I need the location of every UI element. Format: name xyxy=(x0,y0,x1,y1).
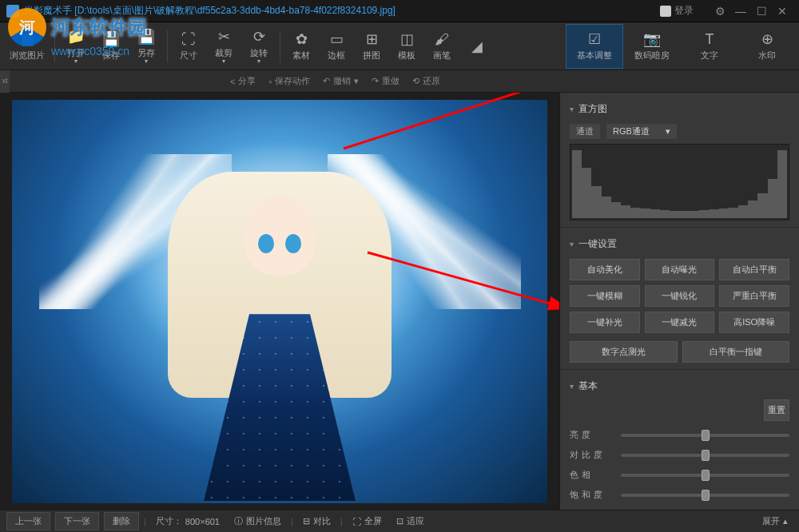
watermark-logo-icon: 河 xyxy=(8,8,46,46)
chevron-down-icon: ▾ xyxy=(570,240,574,248)
chevron-down-icon: ▾ xyxy=(666,126,670,137)
tab-darkroom[interactable]: 📷 数码暗房 xyxy=(623,24,681,69)
fullscreen-icon: ⛶ xyxy=(352,517,361,526)
chevron-down-icon: ▾ xyxy=(222,58,225,65)
close-button[interactable]: ✕ xyxy=(772,3,793,19)
separator xyxy=(280,30,280,62)
tab-basic-adjust[interactable]: ☑ 基本调整 xyxy=(566,24,623,69)
delete-button[interactable]: 删除 xyxy=(104,512,139,530)
slider-thumb[interactable] xyxy=(702,450,710,461)
saturation-slider[interactable]: 饱和度 xyxy=(570,489,789,501)
oneclick-header[interactable]: ▾一键设置 xyxy=(570,234,789,254)
chevron-down-icon: ▾ xyxy=(570,105,574,113)
spot-metering-button[interactable]: 数字点测光 xyxy=(570,341,678,363)
chevron-down-icon: ▾ xyxy=(74,58,78,65)
tool-crop[interactable]: ✂ 裁剪 ▾ xyxy=(206,24,241,69)
user-icon xyxy=(660,6,671,17)
image-canvas[interactable] xyxy=(0,93,559,510)
chevron-down-icon: ▾ xyxy=(570,382,574,391)
severe-whitebalance-button[interactable]: 严重白平衡 xyxy=(719,285,789,307)
tool-rotate[interactable]: ⟳ 旋转 ▾ xyxy=(241,24,276,69)
channel-label: 通道 xyxy=(570,124,600,139)
tool-more[interactable]: ◢ xyxy=(459,24,495,69)
prev-image-button[interactable]: 上一张 xyxy=(6,512,50,530)
undo-button[interactable]: ↶撤销▾ xyxy=(323,75,359,87)
histogram-chart xyxy=(570,144,789,220)
watermark-icon: ⊕ xyxy=(758,30,776,48)
image-dimensions: 尺寸：800×601 xyxy=(151,515,225,527)
fit-button[interactable]: ⊡适应 xyxy=(392,515,429,527)
resize-icon: ⛶ xyxy=(180,30,197,48)
contrast-slider[interactable]: 对比度 xyxy=(570,449,789,461)
slider-thumb[interactable] xyxy=(702,430,710,441)
oneclick-sharpen-button[interactable]: 一键锐化 xyxy=(645,285,715,307)
triangle-icon: ◢ xyxy=(468,38,486,55)
expand-button[interactable]: 展开▴ xyxy=(757,515,793,527)
reduce-light-button[interactable]: 一键减光 xyxy=(645,312,715,333)
tool-collage[interactable]: ⊞ 拼图 xyxy=(354,24,389,69)
chevron-up-icon: ▴ xyxy=(783,516,788,526)
tool-size[interactable]: ⛶ 尺寸 xyxy=(171,24,206,69)
minimize-button[interactable]: — xyxy=(730,3,751,19)
redo-icon: ↷ xyxy=(372,76,379,86)
hue-slider[interactable]: 色相 xyxy=(570,469,789,481)
info-icon: ⓘ xyxy=(234,515,243,527)
whitebalance-onekey-button[interactable]: 白平衡一指键 xyxy=(682,341,790,363)
adjust-icon: ☑ xyxy=(586,30,603,48)
chevron-down-icon: ▾ xyxy=(354,76,359,86)
chevron-down-icon: ▾ xyxy=(145,58,148,65)
fill-light-button[interactable]: 一键补光 xyxy=(570,312,640,333)
brush-icon: 🖌 xyxy=(433,30,451,48)
tool-border[interactable]: ▭ 边框 xyxy=(319,24,354,69)
share-icon: < xyxy=(230,77,235,86)
separator xyxy=(167,30,168,62)
compare-button[interactable]: ⊟对比 xyxy=(298,515,336,527)
tool-material[interactable]: ✿ 素材 xyxy=(284,24,319,69)
settings-button[interactable]: ⚙ xyxy=(710,3,730,19)
tool-brush[interactable]: 🖌 画笔 xyxy=(424,24,459,69)
save-action-button[interactable]: ▫保存动作 xyxy=(268,75,310,87)
tool-template[interactable]: ◫ 模板 xyxy=(389,24,424,69)
rotate-icon: ⟳ xyxy=(250,28,268,46)
site-watermark: 河 河东软件园 www.pc0359.cn xyxy=(8,8,147,46)
high-iso-denoise-button[interactable]: 高ISO降噪 xyxy=(719,312,789,333)
login-button[interactable]: 登录 xyxy=(660,4,694,18)
restore-icon: ⟲ xyxy=(412,76,419,86)
redo-button[interactable]: ↷重做 xyxy=(372,75,400,87)
disk-icon: ▫ xyxy=(268,77,272,86)
side-panel: ▾直方图 通道 RGB通道▾ ▾一键设置 自动美化 自动曝光 自动白平衡 一键模… xyxy=(559,93,799,510)
camera-icon: 📷 xyxy=(643,30,661,48)
chevron-down-icon: ▾ xyxy=(257,58,260,65)
auto-exposure-button[interactable]: 自动曝光 xyxy=(645,259,715,280)
basic-section: ▾基本 重置 亮度 对比度 色相 饱和度 xyxy=(560,370,799,510)
crop-icon: ✂ xyxy=(215,28,233,46)
tab-watermark[interactable]: ⊕ 水印 xyxy=(738,24,796,69)
histogram-section: ▾直方图 通道 RGB通道▾ xyxy=(560,93,799,228)
next-image-button[interactable]: 下一张 xyxy=(55,512,99,530)
compare-icon: ⊟ xyxy=(303,516,310,526)
channel-select[interactable]: RGB通道▾ xyxy=(606,124,677,139)
fullscreen-button[interactable]: ⛶全屏 xyxy=(348,515,387,527)
slider-thumb[interactable] xyxy=(702,490,710,501)
image-info-button[interactable]: ⓘ图片信息 xyxy=(229,515,286,527)
fit-icon: ⊡ xyxy=(396,516,403,526)
reset-button[interactable]: 重置 xyxy=(764,399,789,421)
border-icon: ▭ xyxy=(328,30,345,48)
histogram-header[interactable]: ▾直方图 xyxy=(570,99,789,119)
auto-whitebalance-button[interactable]: 自动白平衡 xyxy=(719,259,789,280)
template-icon: ◫ xyxy=(398,30,415,48)
text-icon: T xyxy=(701,30,718,48)
maximize-button[interactable]: ☐ xyxy=(751,3,772,19)
statusbar: 上一张 下一张 删除 | 尺寸：800×601 ⓘ图片信息 | ⊟对比 | ⛶全… xyxy=(0,510,799,532)
editing-image xyxy=(12,100,547,503)
auto-beautify-button[interactable]: 自动美化 xyxy=(570,259,640,280)
watermark-url: www.pc0359.cn xyxy=(51,45,129,58)
oneclick-blur-button[interactable]: 一键模糊 xyxy=(570,285,640,307)
share-button[interactable]: <分享 xyxy=(230,75,256,87)
brightness-slider[interactable]: 亮度 xyxy=(570,429,789,441)
slider-thumb[interactable] xyxy=(702,470,710,481)
restore-button[interactable]: ⟲还原 xyxy=(412,75,440,87)
material-icon: ✿ xyxy=(292,30,310,48)
tab-text[interactable]: T 文字 xyxy=(681,24,738,69)
basic-header[interactable]: ▾基本 xyxy=(570,376,789,396)
